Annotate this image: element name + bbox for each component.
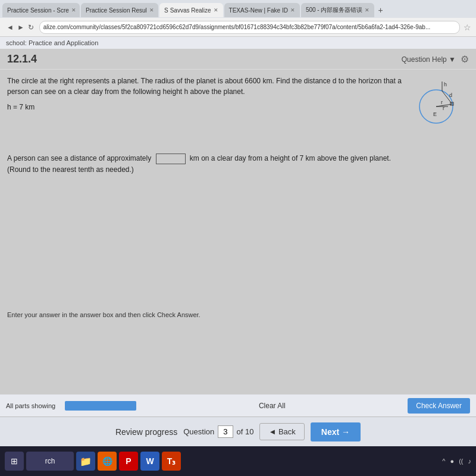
refresh-button[interactable]: ↻	[26, 23, 36, 32]
review-progress-button[interactable]: Review progress	[115, 427, 177, 437]
question-label: Question	[183, 427, 214, 436]
tab-500[interactable]: 500 - 内部服务器错误 ✕	[301, 3, 375, 17]
start-button[interactable]: ⊞	[5, 452, 24, 471]
add-tab-button[interactable]: +	[375, 5, 385, 15]
progress-bar	[65, 401, 136, 411]
answer-prefix: A person can see a distance of approxima…	[7, 154, 151, 162]
tray-chevron: ^	[442, 458, 445, 465]
question-body: The circle at the right represents a pla…	[0, 70, 476, 141]
nav-bar: Review progress Question 3 of 10 ◄ Back …	[0, 416, 476, 446]
next-button[interactable]: Next →	[311, 422, 361, 441]
answer-input-box[interactable]	[156, 154, 186, 164]
question-help-area: Question Help ▼ ⚙	[402, 54, 469, 65]
tab-label: Savvas Realize	[170, 7, 211, 14]
svg-text:r: r	[441, 99, 443, 105]
gear-icon[interactable]: ⚙	[461, 54, 469, 65]
wifi-icon: ((	[459, 458, 463, 465]
tab-close-icon[interactable]: ✕	[71, 7, 76, 13]
svg-text:d: d	[449, 92, 452, 98]
all-parts-label: All parts showing	[6, 402, 55, 409]
teams-icon[interactable]: T₃	[162, 452, 181, 471]
instruction-text: Enter your answer in the answer box and …	[0, 306, 476, 323]
diagram-area: h d r r E	[409, 76, 469, 135]
answer-suffix: km on a clear day from a height of 7 km …	[190, 154, 391, 162]
svg-text:r: r	[443, 105, 444, 111]
volume-icon: ♪	[468, 458, 472, 465]
powerpoint-icon[interactable]: P	[119, 452, 138, 471]
system-tray: ^ ● (( ♪	[442, 458, 471, 465]
question-number-display: 3	[218, 425, 233, 438]
search-label: rch	[45, 457, 55, 465]
search-bar[interactable]: rch	[26, 452, 74, 471]
tab-practice-result[interactable]: Practice Session Resul ✕	[81, 3, 158, 17]
question-number: 12.1.4	[7, 53, 37, 65]
tab-savvas[interactable]: S Savvas Realize ✕	[159, 3, 223, 17]
round-note: (Round to the nearest tenth as needed.)	[7, 165, 134, 174]
check-answer-button[interactable]: Check Answer	[408, 398, 470, 414]
tab-close-icon[interactable]: ✕	[149, 7, 154, 13]
back-nav-button[interactable]: ◄	[5, 23, 15, 32]
clear-all-button[interactable]: Clear All	[259, 402, 286, 410]
empty-content-space	[0, 181, 476, 300]
school-bar-text: school: Practice and Application	[6, 39, 98, 46]
back-button[interactable]: ◄ Back	[259, 423, 304, 440]
forward-nav-button[interactable]: ►	[15, 23, 26, 32]
tab-close-icon[interactable]: ✕	[365, 7, 369, 13]
planet-diagram: h d r r E	[409, 76, 463, 129]
question-total: of 10	[237, 427, 254, 436]
word-icon[interactable]: W	[140, 452, 159, 471]
h-value-text: h = 7 km	[7, 102, 409, 112]
address-bar: ◄ ► ↻ ☆	[0, 18, 476, 37]
tab-label: Practice Session Resul	[86, 7, 147, 14]
tab-close-icon[interactable]: ✕	[290, 7, 295, 13]
tray-dot: ●	[450, 458, 455, 465]
tab-label: TEXAS-New | Fake ID	[229, 7, 288, 14]
tab-label: 500 - 内部服务器错误	[306, 6, 363, 14]
question-body-text: The circle at the right represents a pla…	[7, 76, 409, 97]
svg-text:E: E	[433, 111, 437, 117]
question-text-area: The circle at the right represents a pla…	[7, 76, 409, 135]
svg-text:h: h	[444, 82, 447, 87]
tab-close-icon[interactable]: ✕	[214, 7, 218, 13]
address-input[interactable]	[39, 21, 460, 34]
tab-texas[interactable]: TEXAS-New | Fake ID ✕	[224, 3, 300, 17]
tab-bar: Practice Session - Scre ✕ Practice Sessi…	[0, 0, 476, 18]
answer-section: A person can see a distance of approxima…	[0, 141, 476, 181]
file-explorer-icon[interactable]: 📁	[76, 452, 95, 471]
tab-practice-session[interactable]: Practice Session - Scre ✕	[2, 3, 80, 17]
school-bar: school: Practice and Application	[0, 37, 476, 49]
bottom-left: All parts showing	[6, 401, 136, 411]
taskbar: ⊞ rch 📁 🌐 P W T₃ ^ ● (( ♪	[0, 446, 476, 476]
question-help-button[interactable]: Question Help ▼	[402, 55, 456, 64]
question-header: 12.1.4 Question Help ▼ ⚙	[0, 49, 476, 70]
bookmark-icon[interactable]: ☆	[464, 23, 471, 32]
tab-label: Practice Session - Scre	[7, 7, 69, 14]
bottom-bar: All parts showing Clear All Check Answer	[0, 394, 476, 416]
browser-icon[interactable]: 🌐	[98, 452, 117, 471]
question-nav: Question 3 of 10	[183, 425, 253, 438]
